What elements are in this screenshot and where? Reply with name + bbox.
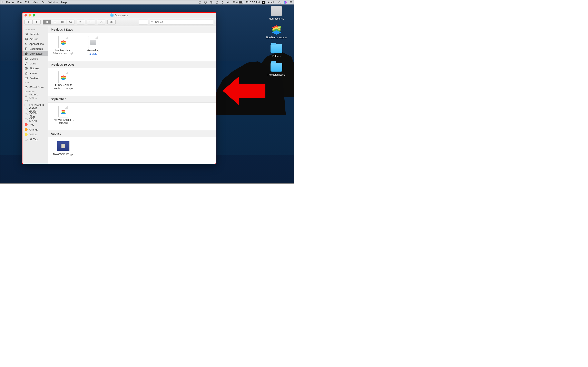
siri-icon[interactable]	[284, 1, 287, 4]
menu-edit[interactable]: Edit	[25, 1, 29, 4]
sidebar-item-label: Red	[29, 123, 34, 126]
sidebar-item-label: iCloud Drive	[29, 86, 44, 89]
sidebar-item-label: Pictures	[29, 67, 39, 70]
sidebar-item-recents[interactable]: Recents	[22, 32, 48, 36]
svg-point-2	[216, 1, 218, 3]
apple-menu-icon[interactable]: 	[2, 1, 3, 4]
svg-rect-6	[239, 1, 242, 3]
search-field[interactable]	[150, 20, 214, 25]
file-item[interactable]: PUBG MOBILE Nordic.…com.apk	[52, 71, 75, 90]
svg-rect-21	[62, 21, 62, 23]
list-view-button[interactable]	[51, 20, 59, 25]
desktop-icon-relocated-items[interactable]: Relocated Items	[268, 62, 285, 76]
sidebar-item-label: Applications	[29, 42, 44, 45]
svg-rect-32	[80, 22, 80, 22]
keyboard-input-icon[interactable]: A	[262, 1, 265, 4]
sidebar-item-cod-mobil[interactable]: COD MOBIL…	[22, 117, 48, 122]
sidebar-item-label: Yellow	[29, 133, 37, 136]
apps-icon	[25, 42, 28, 45]
path-dropdown[interactable]	[139, 20, 148, 25]
sidebar-item-red[interactable]: Red	[22, 122, 48, 127]
apk-file-icon	[58, 36, 68, 48]
svg-rect-28	[79, 21, 79, 22]
column-view-button[interactable]	[59, 20, 67, 25]
file-item[interactable]: steam.dmg4.9 MB	[82, 36, 104, 55]
clock[interactable]: Fri 6:55 PM	[246, 1, 260, 4]
content-area[interactable]: Previous 7 DaysMonkey Island Adventu…com…	[48, 26, 216, 164]
finder-window: Downloads	[22, 12, 216, 164]
file-meta: 4.9 MB	[90, 53, 97, 55]
wifi-icon[interactable]	[221, 1, 224, 4]
fullscreen-button[interactable]	[33, 14, 35, 17]
spotlight-icon[interactable]	[278, 1, 281, 4]
sidebar-item-yellow[interactable]: Yellow	[22, 132, 48, 137]
file-thumbnail	[57, 106, 70, 117]
gallery-view-button[interactable]	[67, 20, 75, 25]
sidebar-item-all-tags[interactable]: All Tags…	[22, 137, 48, 142]
sidebar-item-music[interactable]: Music	[22, 61, 48, 66]
close-button[interactable]	[25, 14, 27, 17]
sidebar-item-documents[interactable]: Documents	[22, 46, 48, 51]
svg-point-51	[25, 64, 26, 65]
menu-help[interactable]: Help	[61, 1, 67, 4]
sidebar-item-orange[interactable]: Orange	[22, 127, 48, 132]
tags-button[interactable]	[107, 20, 116, 25]
desktop-icon-folders[interactable]: Folders	[270, 43, 283, 58]
apk-file-icon	[58, 106, 68, 117]
file-item[interactable]: BerkCD8CH01.ppt	[52, 140, 75, 156]
forward-button[interactable]	[33, 20, 41, 25]
sidebar-item-desktop[interactable]: Desktop	[22, 76, 48, 81]
svg-rect-31	[79, 22, 79, 22]
svg-rect-30	[80, 21, 81, 22]
sidebar-item-pratik-s-mac[interactable]: Pratik's Mac…	[22, 94, 48, 99]
sidebar-item-label: Documents	[29, 47, 43, 50]
compass-icon[interactable]	[215, 1, 219, 4]
sidebar-item-label: Desktop	[29, 77, 39, 80]
picture-icon	[25, 67, 28, 70]
sidebar-item-label: Pratik's Mac…	[29, 93, 46, 99]
titlebar[interactable]: Downloads	[22, 13, 216, 18]
desktop-icon-bluestacks-installer[interactable]: 64 BlueStacks Installer	[266, 25, 287, 39]
sidebar-item-applications[interactable]: Applications	[22, 42, 48, 46]
search-input[interactable]	[155, 20, 212, 24]
minimize-button[interactable]	[29, 14, 31, 17]
search-icon	[151, 21, 154, 23]
share-button[interactable]	[97, 20, 105, 25]
time-machine-icon[interactable]	[210, 1, 213, 4]
menu-window[interactable]: Window	[49, 1, 58, 4]
menu-file[interactable]: File	[17, 1, 22, 4]
svg-rect-26	[70, 23, 71, 23]
notification-center-icon[interactable]	[289, 1, 292, 4]
hard-drive-icon	[271, 6, 282, 16]
group-by-button[interactable]	[77, 20, 85, 25]
menu-go[interactable]: Go	[42, 1, 45, 4]
sidebar-item-pictures[interactable]: Pictures	[22, 66, 48, 71]
file-thumbnail	[86, 36, 100, 48]
sidebar-item-admin[interactable]: admin	[22, 71, 48, 76]
file-grid: The-Wolf-Among-…com.apk	[48, 103, 216, 130]
folder-icon	[270, 44, 282, 53]
sidebar-item-movies[interactable]: Movies	[22, 56, 48, 61]
back-button[interactable]	[25, 20, 33, 25]
svg-rect-16	[46, 22, 47, 23]
desktop-icon-macintosh-hd[interactable]: Macintosh HD	[269, 6, 284, 20]
airplay-icon[interactable]	[198, 1, 201, 4]
sidebar-heading: iCloud	[22, 81, 48, 85]
sidebar-item-downloads[interactable]: Downloads	[22, 51, 48, 56]
fast-user-switch[interactable]: Admin	[268, 1, 276, 4]
sidebar-heading: Favourites	[22, 27, 48, 32]
file-item[interactable]: The-Wolf-Among-…com.apk	[52, 106, 75, 124]
volume-icon[interactable]	[227, 1, 230, 4]
sidebar-item-airdrop[interactable]: AirDrop	[22, 36, 48, 42]
svg-rect-15	[47, 21, 48, 22]
tag-icon	[25, 128, 28, 131]
svg-point-52	[27, 64, 27, 64]
action-menu-button[interactable]	[87, 20, 95, 25]
app-menu[interactable]: Finder	[6, 1, 14, 4]
sidebar-item-icloud-drive[interactable]: iCloud Drive	[22, 85, 48, 90]
creative-cloud-icon[interactable]	[204, 1, 207, 4]
file-item[interactable]: Monkey Island Adventu…com.apk	[52, 36, 75, 55]
battery-status[interactable]: 86%	[233, 1, 243, 4]
icon-view-button[interactable]	[43, 20, 51, 25]
menu-view[interactable]: View	[33, 1, 38, 4]
